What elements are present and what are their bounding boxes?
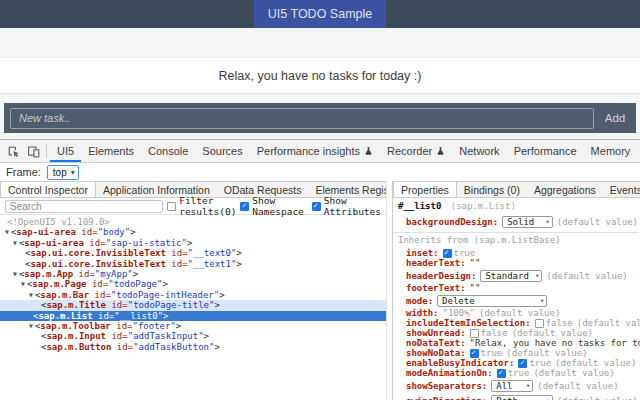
show-attributes-checkbox[interactable]: Show Attributes <box>312 195 381 217</box>
tree-row[interactable]: sap.m.AppmyApp <box>0 269 386 279</box>
tree-tag: sap.ui.core.InvisibleText <box>25 248 166 258</box>
tab-properties[interactable]: Properties <box>393 182 457 197</box>
property-row: width "100%" (default value) <box>398 308 638 318</box>
app-title: UI5 TODO Sample <box>268 7 372 21</box>
property-row: showNoData true (default value) <box>398 348 638 358</box>
add-task-button[interactable]: Add <box>600 112 630 124</box>
devtools-tab-network[interactable]: Network <box>452 140 506 162</box>
selected-control-header: #__list0 (sap.m.List) <box>398 201 638 212</box>
tree-id-value: todoPage-title <box>128 300 215 310</box>
tree-row[interactable]: sap.m.ButtonaddTaskButton <box>0 342 386 352</box>
tree-id-attr <box>89 290 111 300</box>
tree-id-value: sap-ui-static <box>106 238 187 248</box>
tab-events[interactable]: Events <box>603 182 640 197</box>
checkbox-icon[interactable] <box>240 202 249 211</box>
section-divider <box>393 232 638 233</box>
tree-id-attr <box>106 300 128 310</box>
devtools-tab-sources[interactable]: Sources <box>195 140 249 162</box>
tree-close-bracket <box>219 290 224 300</box>
new-task-input[interactable] <box>10 108 594 129</box>
property-select[interactable]: All <box>491 380 533 392</box>
tree-row[interactable]: sap-ui-areabody <box>0 227 386 237</box>
tree-close-bracket <box>162 279 167 289</box>
devtools-tab-elements[interactable]: Elements <box>81 140 141 162</box>
tree-id-attr <box>106 331 128 341</box>
checkbox-icon[interactable] <box>167 202 176 211</box>
tree-row-hovered[interactable]: sap.m.TitletodoPage-title <box>0 300 386 310</box>
tab-control-inspector[interactable]: Control Inspector <box>0 182 96 197</box>
property-value[interactable]: "100%" <box>443 308 476 318</box>
property-checkbox[interactable] <box>535 319 544 328</box>
devtools-tab-performance[interactable]: Performance <box>507 140 584 162</box>
property-checkbox[interactable] <box>518 359 527 368</box>
control-tree-panel: Control Inspector Application Informatio… <box>0 181 386 400</box>
tree-row[interactable]: sap.m.Toolbarfooter <box>0 321 386 331</box>
property-row: showSeparators All (default value) <box>398 378 638 393</box>
property-row: showUnread false (default value) <box>398 328 638 338</box>
selected-control-class: (sap.m.List) <box>451 201 516 211</box>
tree-id-attr <box>87 279 109 289</box>
property-checkbox[interactable] <box>470 349 479 358</box>
device-toolbar-icon[interactable] <box>23 140 43 162</box>
filter-results-checkbox[interactable]: Filter results(0) <box>167 195 236 217</box>
devtools-tab-memory[interactable]: Memory <box>584 140 638 162</box>
tab-aggregations[interactable]: Aggregations <box>527 182 603 197</box>
tree-tag: sap.m.Toolbar <box>35 321 111 331</box>
tree-tag: sap.m.Bar <box>35 290 89 300</box>
tree-id-attr <box>93 311 115 321</box>
tree-tag: sap.ui.core.InvisibleText <box>25 259 166 269</box>
search-input[interactable] <box>5 200 163 213</box>
experiment-flask-icon <box>364 146 373 156</box>
property-checkbox[interactable] <box>470 329 479 338</box>
devtools-tab-recorder[interactable]: Recorder <box>380 140 452 162</box>
screen: { "colors": { "accent_blue": "#1a73e8", … <box>0 0 640 400</box>
tree-row[interactable]: sap.ui.core.InvisibleText__text1 <box>0 259 386 269</box>
property-value[interactable]: "Relax, you have no tasks for today :)" <box>470 338 640 348</box>
checkbox-icon[interactable] <box>312 202 321 211</box>
property-row: footerText "" <box>398 283 638 293</box>
tree-close-bracket <box>214 342 219 352</box>
tree-id-attr <box>111 342 133 352</box>
property-row: inset true <box>398 248 638 258</box>
devtools-tab-console[interactable]: Console <box>141 140 195 162</box>
property-select[interactable]: Standard <box>480 270 542 282</box>
devtools-tab-ui5[interactable]: UI5 <box>50 140 81 162</box>
frame-label: Frame: <box>6 166 41 178</box>
tree-tag: sap.m.Input <box>41 331 106 341</box>
property-row: headerDesign Standard (default value) <box>398 268 638 283</box>
tree-row[interactable]: sap.m.PagetodoPage <box>0 279 386 289</box>
tree-id-attr <box>166 259 188 269</box>
property-checkbox[interactable] <box>497 369 506 378</box>
properties-list: #__list0 (sap.m.List) backgroundDesign S… <box>393 198 640 400</box>
tree-row[interactable]: sap-ui-areasap-ui-static <box>0 238 386 248</box>
tree-tag: sap-ui-area <box>19 238 84 248</box>
no-data-text: Relax, you have no tasks for today :) <box>219 69 422 83</box>
tree-row[interactable]: sap.m.BartodoPage-intHeader <box>0 290 386 300</box>
property-value[interactable]: "" <box>470 283 481 293</box>
property-select[interactable]: Both <box>491 395 552 400</box>
devtools-tab-performance-insights[interactable]: Performance insights <box>250 140 380 162</box>
tree-tag: sap.m.Title <box>41 300 106 310</box>
devtools-panel: UI5 Elements Console Sources Performance… <box>0 139 640 400</box>
tree-row[interactable]: sap.m.InputaddTaskInput <box>0 331 386 341</box>
property-value[interactable]: "" <box>470 258 481 268</box>
selected-control-id: #__list0 <box>398 201 441 211</box>
property-row: includeItemInSelection false (default va… <box>398 318 638 328</box>
property-select[interactable]: Solid <box>502 216 553 228</box>
show-namespace-checkbox[interactable]: Show Namespace <box>240 195 303 217</box>
tree-row-selected[interactable]: sap.m.List__list0 <box>0 311 386 321</box>
inspect-element-icon[interactable] <box>3 140 23 162</box>
property-checkbox[interactable] <box>443 249 452 258</box>
tree-tag: sap.m.List <box>33 311 93 321</box>
property-row: mode Delete <box>398 293 638 308</box>
property-select[interactable]: Delete <box>437 295 547 307</box>
frame-select[interactable]: top <box>47 165 79 180</box>
tree-id-attr <box>111 321 133 331</box>
tab-bindings[interactable]: Bindings (0) <box>457 182 527 197</box>
tree-row[interactable]: sap.ui.core.InvisibleText__text0 <box>0 248 386 258</box>
tree-tag: sap.m.App <box>19 269 73 279</box>
app-header-bar: UI5 TODO Sample <box>0 0 640 28</box>
tree-close-bracket <box>236 259 241 269</box>
tree-close-bracket <box>214 300 219 310</box>
control-tree: <!OpenUI5 v1.109.0> sap-ui-areabody sap-… <box>0 215 386 400</box>
